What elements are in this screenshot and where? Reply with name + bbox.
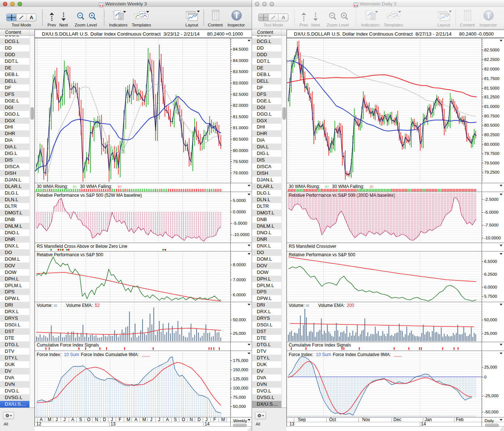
svg-text:79.7500: 79.7500	[484, 151, 500, 156]
svg-text:79.0000: 79.0000	[233, 171, 248, 175]
svg-text:30 WMA Rising:: 30 WMA Rising:	[37, 184, 68, 189]
svg-text:82.5000: 82.5000	[233, 92, 248, 97]
svg-text:81.0000: 81.0000	[484, 104, 500, 109]
svg-text:80.7500: 80.7500	[484, 114, 500, 118]
svg-text:Weekly: Weekly	[233, 419, 247, 423]
svg-text:50,000: 50,000	[233, 404, 246, 409]
svg-text:Feb: Feb	[456, 417, 464, 422]
svg-text:80.2400: 80.2400	[459, 31, 476, 37]
svg-text:U.S. Dollar Index Continuous C: U.S. Dollar Index Continuous Contract	[80, 31, 161, 37]
svg-text:125,000: 125,000	[233, 377, 248, 381]
svg-text:Sep: Sep	[298, 417, 306, 422]
svg-text:82.0000: 82.0000	[484, 67, 500, 71]
svg-text:52: 52	[95, 303, 100, 308]
svg-text:Daily: Daily	[485, 419, 494, 423]
svg-text:6.0000: 6.0000	[484, 285, 497, 289]
svg-text:5.0000: 5.0000	[233, 198, 246, 203]
svg-text:0.0000: 0.0000	[233, 210, 246, 214]
svg-text:84.5000: 84.5000	[233, 47, 248, 51]
svg-text:30 WMA Falling:: 30 WMA Falling:	[80, 184, 112, 189]
svg-text:80.5000: 80.5000	[484, 123, 500, 127]
svg-text:A: A	[166, 417, 169, 422]
svg-text:5.7500: 5.7500	[484, 294, 497, 298]
svg-text:6.5000: 6.5000	[484, 259, 497, 264]
svg-text:8/27/13 - 2/21/14: 8/27/13 - 2/21/14	[415, 31, 451, 37]
svg-text:3/23/12 - 2/21/14: 3/23/12 - 2/21/14	[163, 31, 199, 37]
svg-text:J: J	[55, 417, 58, 422]
svg-text:Cumulative Force Index Signals: Cumulative Force Index Signals	[37, 343, 99, 348]
svg-text:0: 0	[484, 375, 486, 379]
svg-text:Dec: Dec	[393, 417, 401, 422]
svg-text:-2.5000: -2.5000	[484, 197, 498, 202]
svg-text:N: N	[95, 417, 98, 422]
svg-text:J: J	[150, 417, 152, 422]
svg-text:50,000: 50,000	[484, 318, 497, 322]
svg-text:25,000: 25,000	[484, 365, 497, 369]
svg-text:200: 200	[347, 303, 354, 308]
svg-text:80.2500: 80.2500	[484, 133, 500, 137]
svg-text:M: M	[221, 417, 225, 422]
svg-text:10 Sum: 10 Sum	[64, 352, 79, 357]
svg-text:10 Sum: 10 Sum	[316, 352, 331, 357]
svg-text:Force Index:: Force Index:	[289, 352, 313, 357]
svg-text:82.0000: 82.0000	[233, 103, 248, 108]
svg-text:S: S	[79, 417, 82, 422]
svg-text:30 WMA Rising:: 30 WMA Rising:	[289, 184, 320, 189]
svg-text:Force Index Cumulative 9MA:: Force Index Cumulative 9MA:	[81, 352, 139, 357]
svg-text:6.0000: 6.0000	[233, 293, 246, 297]
svg-text:F: F	[213, 417, 216, 422]
svg-text:Relative Performance vs S&P 50: Relative Performance vs S&P 500	[37, 252, 104, 257]
svg-text:U.S. Dollar Index Continuous C: U.S. Dollar Index Continuous Contract	[332, 31, 413, 37]
svg-text:Nov: Nov	[362, 417, 370, 422]
svg-text:82.5000: 82.5000	[484, 48, 500, 52]
svg-text:RS Mansfield Cross Above or Be: RS Mansfield Cross Above or Below Zero L…	[37, 244, 127, 249]
svg-text:Relative Performance vs S&P 50: Relative Performance vs S&P 500 (52W MA …	[37, 193, 142, 198]
svg-text:75,000: 75,000	[233, 395, 246, 399]
svg-text:-5.0000: -5.0000	[484, 210, 498, 214]
svg-text:M: M	[48, 417, 51, 422]
svg-text:175,000: 175,000	[233, 358, 248, 363]
svg-text:150,000: 150,000	[233, 367, 248, 372]
svg-text:-5.0000: -5.0000	[233, 221, 247, 225]
svg-text:-50,000: -50,000	[484, 410, 498, 414]
svg-text:Volume EMA:: Volume EMA:	[318, 303, 345, 308]
svg-text:O: O	[87, 417, 90, 422]
svg-text:Volume:: Volume:	[37, 303, 53, 308]
svg-text:-0.0500: -0.0500	[478, 31, 494, 37]
svg-text:A: A	[134, 417, 137, 422]
svg-text:S: S	[174, 417, 177, 422]
svg-text:O: O	[182, 417, 185, 422]
svg-text:79.2500: 79.2500	[484, 170, 500, 174]
svg-text:DX/U.S.DOLLAR: DX/U.S.DOLLAR	[294, 31, 330, 37]
svg-text:8.0000: 8.0000	[233, 262, 246, 267]
svg-text:N: N	[190, 417, 193, 422]
svg-text:81.5000: 81.5000	[484, 86, 500, 90]
svg-text:+0.1000: +0.1000	[226, 31, 243, 37]
svg-text:80.0000: 80.0000	[484, 142, 500, 146]
svg-text:81.5000: 81.5000	[233, 115, 248, 119]
svg-text:79.5000: 79.5000	[484, 161, 500, 165]
svg-text:25,000: 25,000	[233, 331, 246, 336]
svg-text:7.0000: 7.0000	[233, 278, 246, 282]
svg-text:J: J	[64, 417, 66, 422]
svg-text:F: F	[119, 417, 121, 422]
svg-text:Volume:: Volume:	[289, 303, 305, 308]
svg-text:RS Mansfield Crossover: RS Mansfield Crossover	[289, 244, 336, 249]
svg-text:82.2500: 82.2500	[484, 57, 500, 62]
svg-text:80.0000: 80.0000	[233, 148, 248, 153]
svg-text:J: J	[158, 417, 160, 422]
svg-text:81.2500: 81.2500	[484, 95, 500, 99]
svg-text:-25,000: -25,000	[484, 394, 498, 398]
svg-text:6.2500: 6.2500	[484, 272, 497, 276]
svg-text:DX/U.S.DOLLAR: DX/U.S.DOLLAR	[42, 31, 78, 37]
svg-text:83.0000: 83.0000	[233, 81, 248, 85]
svg-text:M: M	[142, 417, 146, 422]
svg-text:D: D	[198, 417, 201, 422]
svg-text:30 WMA Falling:: 30 WMA Falling:	[332, 184, 364, 189]
svg-text:84.0000: 84.0000	[233, 58, 248, 63]
svg-text:Cumulative Force Index Signals: Cumulative Force Index Signals	[289, 343, 351, 348]
svg-text:-10.0000: -10.0000	[484, 236, 501, 240]
svg-text:80.5000: 80.5000	[233, 137, 248, 141]
svg-text:Relative Performance vs S&P 50: Relative Performance vs S&P 500	[289, 252, 356, 257]
svg-text:Force Index Cumulative 9MA:: Force Index Cumulative 9MA:	[333, 352, 391, 357]
